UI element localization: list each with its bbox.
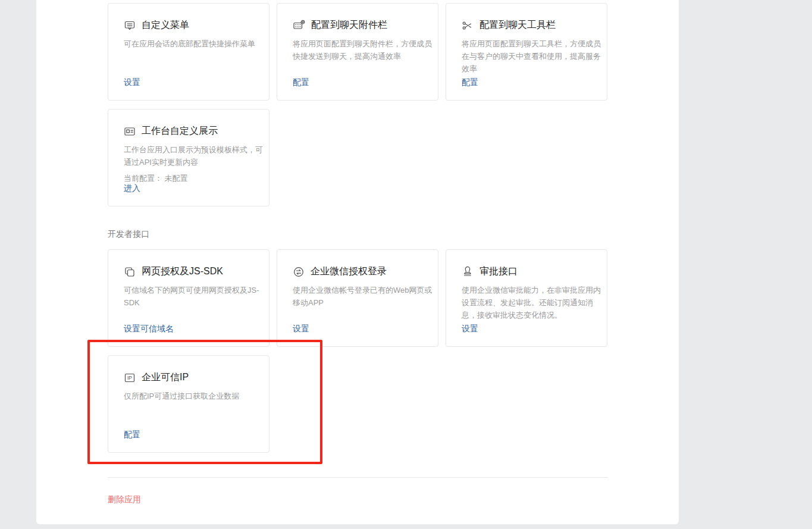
card-header: 配置到聊天工具栏 xyxy=(462,19,598,32)
card-title: 自定义菜单 xyxy=(142,19,189,32)
card-custom-menu: 自定义菜单 可在应用会话的底部配置快捷操作菜单 设置 xyxy=(108,3,269,101)
trusted-ip-configure-link[interactable]: 配置 xyxy=(124,430,140,440)
ip-badge-icon: IP xyxy=(124,372,136,384)
stamp-icon xyxy=(462,266,474,278)
card-workbench-display: 工作台自定义展示 工作台应用入口展示为预设模板样式，可通过API实时更新内容 当… xyxy=(108,109,269,206)
pages-icon xyxy=(124,266,136,278)
trusted-domain-settings-link[interactable]: 设置可信域名 xyxy=(124,324,174,334)
footer-divider xyxy=(108,477,608,478)
card-description: 使用企业微信帐号登录已有的Web网页或移动APP xyxy=(293,284,435,309)
workbench-config-status: 当前配置： 未配置 xyxy=(124,173,269,184)
card-header: IP 企业可信IP xyxy=(124,371,261,384)
developer-api-section-label: 开发者接口 xyxy=(108,229,149,240)
card-title: 网页授权及JS-SDK xyxy=(142,265,223,278)
workbench-card-icon xyxy=(124,126,136,137)
content-panel: 自定义菜单 可在应用会话的底部配置快捷操作菜单 设置 配置到聊天附件栏 将应用页… xyxy=(36,0,679,524)
card-description: 仅所配IP可通过接口获取企业数据 xyxy=(124,390,267,402)
card-title: 企业可信IP xyxy=(142,371,189,384)
auth-login-settings-link[interactable]: 设置 xyxy=(293,324,309,334)
card-header: 配置到聊天附件栏 xyxy=(293,19,429,32)
card-header: 网页授权及JS-SDK xyxy=(124,265,261,278)
card-description: 使用企业微信审批能力，在非审批应用内设置流程、发起审批。还能订阅通知消息，接收审… xyxy=(462,284,604,321)
card-header: 审批接口 xyxy=(462,265,598,278)
card-description: 工作台应用入口展示为预设模板样式，可通过API实时更新内容 xyxy=(124,143,267,168)
workbench-enter-link[interactable]: 进入 xyxy=(124,183,140,194)
card-title: 配置到聊天工具栏 xyxy=(479,19,556,32)
swap-circle-icon xyxy=(293,266,305,278)
card-description: 可信域名下的网页可使用网页授权及JS-SDK xyxy=(124,284,267,309)
card-description: 将应用页面配置到聊天附件栏，方便成员快捷发送到聊天，提高沟通效率 xyxy=(293,37,435,62)
card-description: 可在应用会话的底部配置快捷操作菜单 xyxy=(124,37,267,50)
approval-api-settings-link[interactable]: 设置 xyxy=(462,324,478,334)
card-title: 工作台自定义展示 xyxy=(142,125,218,137)
card-header: 自定义菜单 xyxy=(124,19,261,32)
grid-plus-icon xyxy=(293,20,305,32)
card-wework-auth-login: 企业微信授权登录 使用企业微信帐号登录已有的Web网页或移动APP 设置 xyxy=(277,249,438,347)
chat-toolbar-configure-link[interactable]: 配置 xyxy=(462,77,478,88)
card-chat-toolbar: 配置到聊天工具栏 将应用页面配置到聊天工具栏，方便成员在与客户的聊天中查看和使用… xyxy=(446,3,607,101)
card-chat-attachment-bar: 配置到聊天附件栏 将应用页面配置到聊天附件栏，方便成员快捷发送到聊天，提高沟通效… xyxy=(277,3,438,101)
chat-attachment-configure-link[interactable]: 配置 xyxy=(293,77,309,88)
custom-menu-settings-link[interactable]: 设置 xyxy=(124,77,140,88)
card-title: 审批接口 xyxy=(479,265,518,278)
card-approval-api: 审批接口 使用企业微信审批能力，在非审批应用内设置流程、发起审批。还能订阅通知消… xyxy=(446,249,607,347)
menu-bubble-icon xyxy=(124,20,136,32)
card-trusted-ip: IP 企业可信IP 仅所配IP可通过接口获取企业数据 配置 xyxy=(108,355,269,453)
scissors-icon xyxy=(462,20,474,32)
card-title: 企业微信授权登录 xyxy=(311,265,387,278)
card-web-auth-jssdk: 网页授权及JS-SDK 可信域名下的网页可使用网页授权及JS-SDK 设置可信域… xyxy=(108,249,269,347)
card-title: 配置到聊天附件栏 xyxy=(311,19,387,32)
card-description: 将应用页面配置到聊天工具栏，方便成员在与客户的聊天中查看和使用，提高服务效率 xyxy=(462,37,604,75)
ip-badge-text: IP xyxy=(127,375,132,381)
delete-app-link[interactable]: 删除应用 xyxy=(108,494,141,505)
card-header: 工作台自定义展示 xyxy=(124,125,261,137)
card-header: 企业微信授权登录 xyxy=(293,265,429,278)
